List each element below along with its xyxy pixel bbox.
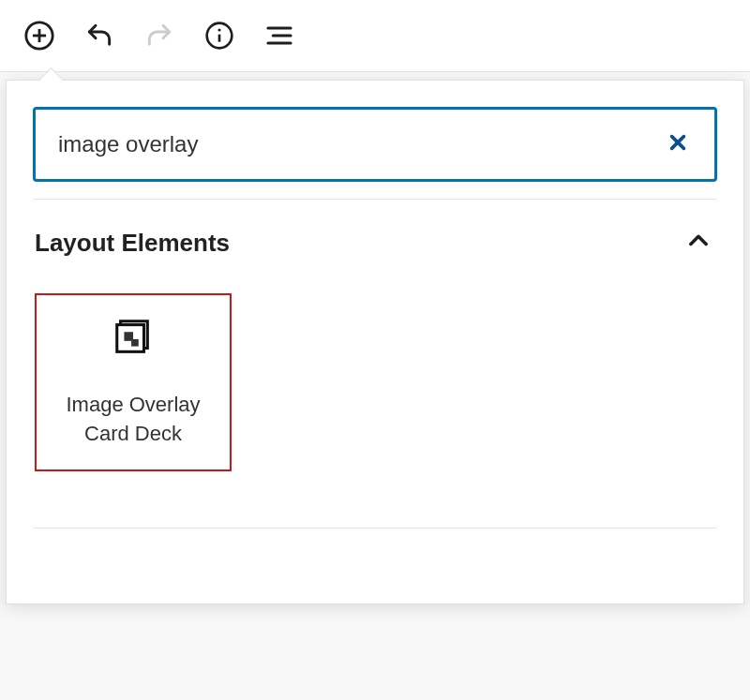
image-overlay-icon — [112, 316, 155, 363]
list-outline-icon — [264, 21, 294, 51]
editor-toolbar — [0, 0, 750, 72]
search-wrap — [33, 107, 717, 182]
block-inserter-popover: Layout Elements Image Overlay Card Deck — [6, 80, 744, 604]
bottom-spacer — [7, 529, 743, 603]
add-block-button[interactable] — [22, 19, 56, 52]
close-icon — [668, 132, 688, 153]
outline-button[interactable] — [262, 19, 296, 52]
block-results-grid: Image Overlay Card Deck — [7, 267, 743, 528]
undo-icon — [84, 21, 114, 51]
info-button[interactable] — [202, 19, 236, 52]
search-container — [7, 81, 743, 199]
clear-search-button[interactable] — [641, 129, 714, 159]
block-image-overlay-card-deck[interactable]: Image Overlay Card Deck — [35, 293, 232, 471]
redo-icon — [144, 21, 174, 51]
section-title: Layout Elements — [35, 229, 230, 258]
section-toggle-layout-elements[interactable]: Layout Elements — [7, 200, 743, 267]
search-input[interactable] — [36, 131, 641, 157]
block-label: Image Overlay Card Deck — [37, 391, 230, 449]
undo-button[interactable] — [82, 19, 116, 52]
info-icon — [204, 21, 234, 51]
redo-button[interactable] — [142, 19, 176, 52]
svg-point-5 — [218, 28, 220, 31]
chevron-up-icon — [685, 228, 712, 258]
svg-rect-14 — [131, 339, 139, 347]
plus-circle-icon — [23, 20, 55, 52]
